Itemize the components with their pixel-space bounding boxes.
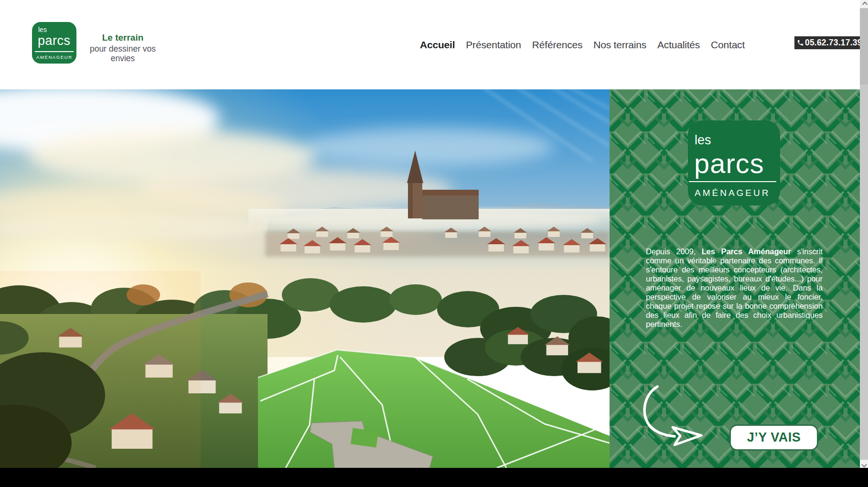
footer-strip <box>0 468 868 487</box>
intro-paragraph-rest: s'inscrit comme un véritable partenaire … <box>646 247 823 328</box>
hero-section <box>0 89 610 468</box>
panel-logo-amenageur: AMÉNAGEUR <box>695 188 770 198</box>
brand-tagline: Le terrain pour dessiner vos envies <box>82 32 163 63</box>
nav-item-accueil[interactable]: Accueil <box>420 39 455 51</box>
curved-arrow-icon <box>638 382 710 449</box>
intro-paragraph-start: Depuis 2009, <box>646 247 702 256</box>
panel-logo-parcs: parcs <box>694 147 764 179</box>
hero-aerial-photo <box>0 89 610 468</box>
brand-tagline-bold: Le terrain <box>82 32 163 43</box>
brand-logo-les: les <box>38 26 47 33</box>
nav-item-references[interactable]: Références <box>532 39 582 51</box>
panel-logo-divider <box>689 181 776 182</box>
panel-logo-les: les <box>695 133 711 148</box>
brand-logo-parcs: parcs <box>38 33 71 48</box>
scrollbar[interactable] <box>860 0 868 468</box>
phone-badge[interactable]: 05.62.73.17.39 <box>794 36 866 49</box>
brand-logo-divider <box>35 51 74 52</box>
nav-item-nos-terrains[interactable]: Nos terrains <box>593 39 646 51</box>
intro-paragraph-brand: Les Parcs Aménageur <box>702 247 791 256</box>
nav-item-actualites[interactable]: Actualités <box>657 39 700 51</box>
brand-tagline-rest: pour dessiner vos envies <box>82 44 163 63</box>
page-root: les parcs AMÉNAGEUR Le terrain pour dess… <box>0 0 868 487</box>
intro-paragraph: Depuis 2009, Les Parcs Aménageur s'inscr… <box>646 247 823 329</box>
phone-icon <box>797 39 804 46</box>
chevron-up-icon <box>862 1 867 7</box>
intro-panel: les parcs AMÉNAGEUR Depuis 2009, Les Par… <box>610 89 860 468</box>
scrollbar-thumb[interactable] <box>860 8 868 85</box>
brand-logo[interactable]: les parcs AMÉNAGEUR <box>32 22 76 64</box>
chevron-down-icon <box>861 462 867 467</box>
main-nav: Accueil Présentation Références Nos terr… <box>420 0 745 89</box>
header: les parcs AMÉNAGEUR Le terrain pour dess… <box>0 0 860 89</box>
phone-number: 05.62.73.17.39 <box>805 38 862 48</box>
nav-item-contact[interactable]: Contact <box>711 39 745 51</box>
scrollbar-up-button[interactable] <box>860 0 868 8</box>
scrollbar-down-button[interactable] <box>860 460 868 468</box>
nav-item-presentation[interactable]: Présentation <box>466 39 521 51</box>
brand-logo-amenageur: AMÉNAGEUR <box>36 54 73 60</box>
cta-button[interactable]: J’Y VAIS <box>729 424 818 451</box>
panel-logo: les parcs AMÉNAGEUR <box>688 120 780 206</box>
